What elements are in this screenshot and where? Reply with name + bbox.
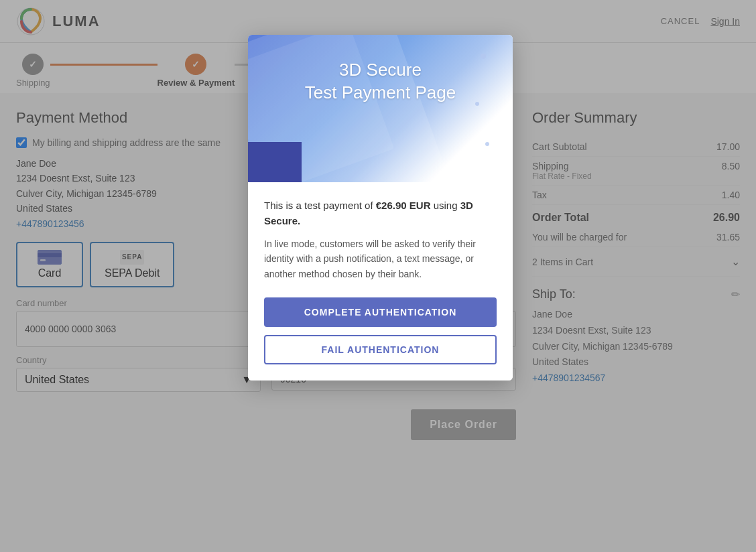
fail-auth-button[interactable]: FAIL AUTHENTICATION — [264, 335, 497, 364]
complete-auth-button[interactable]: COMPLETE AUTHENTICATION — [264, 297, 497, 327]
modal-description: In live mode, customers will be asked to… — [264, 236, 497, 281]
modal-dot-1 — [481, 54, 486, 59]
modal-title-line1: 3D Secure — [339, 60, 422, 80]
modal-dot-3 — [485, 142, 489, 146]
modal-test-payment-text: This is a test payment of €26.90 EUR usi… — [264, 198, 497, 228]
modal-header: 3D Secure Test Payment Page — [248, 35, 513, 182]
modal-title: 3D Secure Test Payment Page — [264, 59, 497, 105]
secure-modal: 3D Secure Test Payment Page This is a te… — [248, 35, 513, 381]
modal-body: This is a test payment of €26.90 EUR usi… — [248, 182, 513, 381]
modal-title-line2: Test Payment Page — [305, 82, 456, 102]
modal-blue-bar — [248, 142, 302, 182]
modal-amount: €26.90 EUR — [376, 200, 431, 211]
